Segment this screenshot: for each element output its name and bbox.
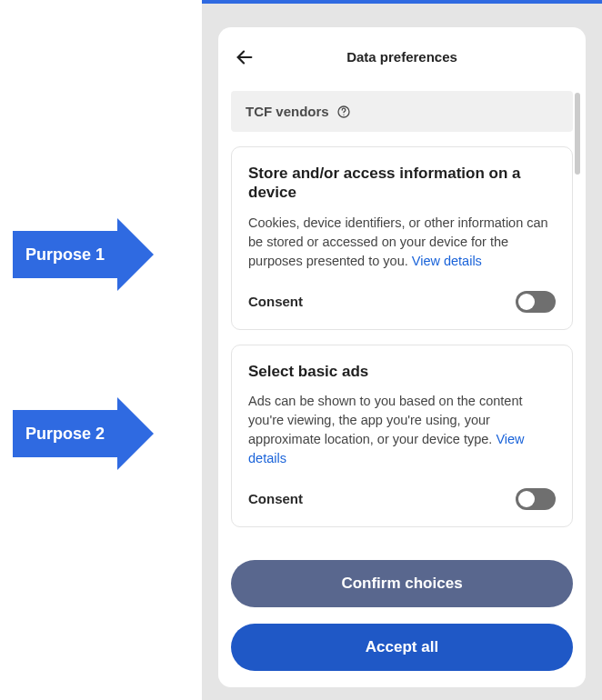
modal-header: Data preferences — [218, 27, 586, 85]
purpose-description: Cookies, device identifiers, or other in… — [248, 214, 556, 271]
purpose-title: Select basic ads — [248, 362, 556, 381]
consent-label: Consent — [248, 491, 303, 506]
consent-row: Consent — [248, 488, 556, 510]
consent-row: Consent — [248, 291, 556, 313]
back-button[interactable] — [235, 47, 255, 67]
scroll-area: TCF vendors Store and/or access informat… — [218, 85, 586, 531]
phone-frame: Data preferences TCF vendors Store and/o… — [202, 0, 602, 700]
vendors-label: TCF vendors — [246, 104, 329, 119]
modal-footer: Confirm choices Accept all — [218, 545, 586, 684]
accept-all-button[interactable]: Accept all — [231, 624, 573, 671]
purpose-description: Ads can be shown to you based on the con… — [248, 392, 556, 468]
annotation-arrow-purpose1: Purpose 1 — [13, 218, 154, 265]
consent-toggle[interactable] — [516, 291, 556, 313]
purpose-card-1: Store and/or access information on a dev… — [231, 146, 573, 330]
consent-label: Consent — [248, 294, 303, 309]
view-details-link[interactable]: View details — [412, 254, 482, 268]
consent-toggle[interactable] — [516, 488, 556, 510]
annotation-label: Purpose 2 — [13, 410, 117, 457]
svg-point-2 — [343, 114, 344, 115]
annotation-arrow-purpose2: Purpose 2 — [13, 397, 154, 445]
arrow-left-icon — [235, 47, 255, 67]
modal-title: Data preferences — [346, 49, 457, 65]
toggle-knob — [518, 294, 535, 310]
tcf-vendors-row[interactable]: TCF vendors — [231, 91, 573, 132]
arrow-head-icon — [117, 218, 154, 291]
toggle-knob — [518, 491, 535, 507]
purpose-card-2: Select basic ads Ads can be shown to you… — [231, 345, 573, 527]
purpose-title: Store and/or access information on a dev… — [248, 164, 556, 203]
annotation-label: Purpose 1 — [13, 231, 117, 278]
arrow-head-icon — [117, 397, 154, 470]
preferences-modal: Data preferences TCF vendors Store and/o… — [218, 27, 586, 687]
help-icon[interactable] — [336, 105, 351, 119]
confirm-choices-button[interactable]: Confirm choices — [231, 560, 573, 607]
annotation-area: Purpose 1 Purpose 2 — [0, 0, 202, 700]
